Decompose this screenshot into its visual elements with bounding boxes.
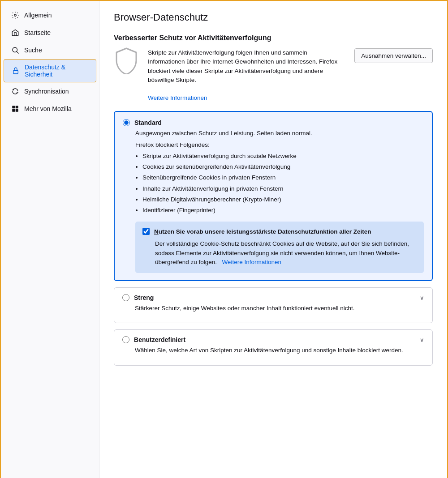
main-content: Browser-Datenschutz Verbesserter Schutz … (99, 1, 447, 478)
sub-panel-header: Nutzen Sie vorab unsere leistungsstärkst… (142, 228, 417, 236)
chevron-down-icon-2[interactable]: ∨ (420, 337, 424, 343)
shield-icon-large (114, 48, 139, 73)
option-card-benutzerdefiniert: Benutzerdefiniert ∨ Wählen Sie, welche A… (114, 329, 433, 365)
tracking-description: Skripte zur Aktivitätenverfolgung folgen… (148, 48, 345, 103)
sidebar-item-label: Startseite (24, 29, 51, 36)
option-card-streng: Streng ∨ Stärkerer Schutz, einige Websit… (114, 287, 433, 323)
sidebar-item-label: Suche (24, 47, 42, 54)
svg-rect-7 (16, 109, 18, 112)
collapsed-left-streng: Streng (122, 294, 154, 301)
option-card-standard: Standard Ausgewogen zwischen Schutz und … (114, 111, 433, 282)
checkbox-cookie-protection[interactable] (142, 228, 150, 235)
option-subtitle-standard: Firefox blockiert Folgendes: (135, 141, 424, 148)
svg-line-2 (17, 51, 18, 53)
home-icon (11, 28, 20, 37)
svg-point-1 (13, 47, 17, 52)
option-label-benutzerdefiniert[interactable]: Benutzerdefiniert (134, 336, 185, 343)
sub-panel-desc: Der vollständige Cookie-Schutz beschränk… (155, 239, 417, 267)
section-title: Verbesserter Schutz vor Aktivitätenverfo… (114, 34, 433, 42)
list-item: Seitenübergreifende Cookies in privaten … (142, 172, 424, 183)
list-item: Cookies zur seitenübergreifenden Aktivit… (142, 162, 424, 172)
collapsed-header-benutzerdefiniert: Benutzerdefiniert ∨ (122, 336, 424, 343)
sidebar-item-label: Allgemein (24, 12, 52, 19)
svg-rect-6 (12, 109, 15, 112)
svg-rect-3 (13, 70, 18, 74)
sidebar-item-synchronisation[interactable]: Synchronisation (4, 83, 96, 100)
svg-rect-5 (16, 106, 18, 108)
chevron-down-icon[interactable]: ∨ (420, 294, 424, 301)
radio-standard[interactable] (123, 119, 130, 126)
exceptions-button[interactable]: Ausnahmen verwalten... (354, 48, 433, 63)
sub-panel-desc-text: Der vollständige Cookie-Schutz beschränk… (155, 240, 409, 265)
lock-icon (11, 66, 20, 75)
list-item: Identifizierer (Fingerprinter) (142, 205, 424, 216)
collapsed-left-benutzerdefiniert: Benutzerdefiniert (122, 336, 185, 343)
more-info-link[interactable]: Weitere Informationen (148, 94, 207, 101)
option-list-standard: Skripte zur Aktivitätenverfolgung durch … (142, 151, 424, 216)
sidebar-item-suche[interactable]: Suche (4, 42, 96, 59)
radio-streng[interactable] (122, 294, 129, 301)
list-item: Inhalte zur Aktivitätenverfolgung in pri… (142, 184, 424, 194)
collapsed-header-streng: Streng ∨ (122, 294, 424, 301)
option-label-standard[interactable]: Standard (134, 119, 162, 126)
sub-panel-label[interactable]: Nutzen Sie vorab unsere leistungsstärkst… (154, 228, 371, 236)
sidebar-item-allgemein[interactable]: Allgemein (4, 7, 96, 24)
sidebar-item-startseite[interactable]: Startseite (4, 24, 96, 41)
page-title: Browser-Datenschutz (114, 12, 433, 23)
sidebar-item-label: Datenschutz & Sicherheit (25, 64, 89, 78)
option-desc-standard: Ausgewogen zwischen Schutz und Leistung.… (135, 129, 424, 138)
sidebar: Allgemein Startseite Suche (1, 1, 99, 478)
sidebar-item-label: Synchronisation (24, 88, 69, 95)
sub-panel-link[interactable]: Weitere Informationen (222, 259, 281, 265)
list-item: Skripte zur Aktivitätenverfolgung durch … (142, 151, 424, 162)
sidebar-item-mehr[interactable]: Mehr von Mozilla (4, 100, 96, 117)
option-desc-streng: Stärkerer Schutz, einige Websites oder m… (135, 304, 424, 313)
sub-panel-cookie: Nutzen Sie vorab unsere leistungsstärkst… (135, 222, 424, 273)
tracking-header: Skripte zur Aktivitätenverfolgung folgen… (114, 48, 433, 103)
sidebar-item-datenschutz[interactable]: Datenschutz & Sicherheit (4, 59, 96, 82)
option-desc-benutzerdefiniert: Wählen Sie, welche Art von Skripten zur … (135, 346, 424, 355)
search-icon (11, 46, 20, 55)
tracking-desc-text: Skripte zur Aktivitätenverfolgung folgen… (148, 49, 337, 83)
radio-benutzerdefiniert[interactable] (122, 336, 129, 343)
list-item: Heimliche Digitalwährungsberechner (Kryp… (142, 194, 424, 205)
mozilla-icon (11, 104, 20, 113)
svg-point-0 (14, 14, 17, 17)
sync-icon (11, 87, 20, 96)
sidebar-item-label: Mehr von Mozilla (24, 105, 72, 112)
option-header-standard: Standard (123, 119, 424, 126)
gear-icon (11, 11, 20, 20)
svg-rect-4 (12, 106, 15, 108)
option-label-streng[interactable]: Streng (134, 294, 154, 301)
